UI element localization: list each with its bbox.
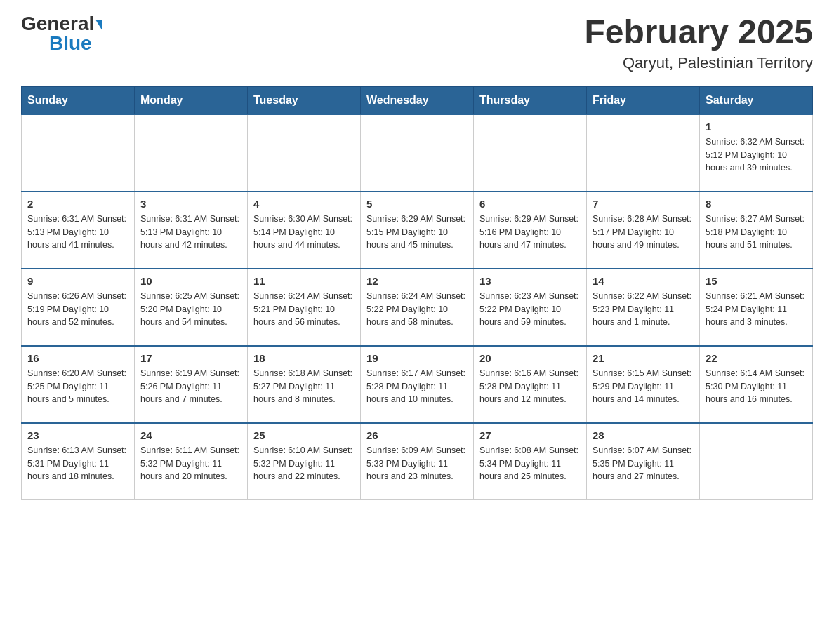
week-row-1: 1Sunrise: 6:32 AM Sunset: 5:12 PM Daylig…	[22, 114, 813, 192]
calendar-cell	[361, 114, 474, 192]
day-number: 20	[479, 352, 581, 364]
day-number: 1	[706, 121, 807, 133]
day-info: Sunrise: 6:31 AM Sunset: 5:13 PM Dayligh…	[27, 213, 128, 252]
calendar-cell	[248, 114, 361, 192]
day-info: Sunrise: 6:24 AM Sunset: 5:22 PM Dayligh…	[366, 290, 468, 329]
calendar-cell: 14Sunrise: 6:22 AM Sunset: 5:23 PM Dayli…	[587, 269, 700, 346]
day-number: 4	[253, 198, 355, 210]
week-row-2: 2Sunrise: 6:31 AM Sunset: 5:13 PM Daylig…	[22, 192, 813, 269]
day-number: 10	[140, 275, 241, 287]
calendar-cell: 25Sunrise: 6:10 AM Sunset: 5:32 PM Dayli…	[248, 423, 361, 500]
calendar-cell: 27Sunrise: 6:08 AM Sunset: 5:34 PM Dayli…	[474, 423, 587, 500]
day-info: Sunrise: 6:25 AM Sunset: 5:20 PM Dayligh…	[140, 290, 241, 329]
calendar-cell: 13Sunrise: 6:23 AM Sunset: 5:22 PM Dayli…	[474, 269, 587, 346]
header-friday: Friday	[587, 86, 700, 114]
day-info: Sunrise: 6:24 AM Sunset: 5:21 PM Dayligh…	[253, 290, 355, 329]
calendar-cell: 3Sunrise: 6:31 AM Sunset: 5:13 PM Daylig…	[135, 192, 248, 269]
day-number: 3	[140, 198, 241, 210]
day-number: 26	[366, 429, 468, 441]
day-number: 19	[366, 352, 468, 364]
calendar-cell: 16Sunrise: 6:20 AM Sunset: 5:25 PM Dayli…	[22, 346, 135, 423]
calendar-cell: 20Sunrise: 6:16 AM Sunset: 5:28 PM Dayli…	[474, 346, 587, 423]
calendar-cell: 17Sunrise: 6:19 AM Sunset: 5:26 PM Dayli…	[135, 346, 248, 423]
calendar-cell: 21Sunrise: 6:15 AM Sunset: 5:29 PM Dayli…	[587, 346, 700, 423]
calendar-cell: 28Sunrise: 6:07 AM Sunset: 5:35 PM Dayli…	[587, 423, 700, 500]
week-row-4: 16Sunrise: 6:20 AM Sunset: 5:25 PM Dayli…	[22, 346, 813, 423]
day-number: 5	[366, 198, 468, 210]
day-info: Sunrise: 6:17 AM Sunset: 5:28 PM Dayligh…	[366, 367, 468, 406]
calendar-cell: 15Sunrise: 6:21 AM Sunset: 5:24 PM Dayli…	[700, 269, 813, 346]
header-sunday: Sunday	[22, 86, 135, 114]
day-info: Sunrise: 6:29 AM Sunset: 5:16 PM Dayligh…	[479, 213, 581, 252]
header-thursday: Thursday	[474, 86, 587, 114]
day-info: Sunrise: 6:13 AM Sunset: 5:31 PM Dayligh…	[27, 444, 128, 483]
calendar-cell	[22, 114, 135, 192]
day-info: Sunrise: 6:07 AM Sunset: 5:35 PM Dayligh…	[593, 444, 694, 483]
week-row-3: 9Sunrise: 6:26 AM Sunset: 5:19 PM Daylig…	[22, 269, 813, 346]
logo: General Blue	[21, 14, 102, 53]
calendar-cell: 7Sunrise: 6:28 AM Sunset: 5:17 PM Daylig…	[587, 192, 700, 269]
calendar-cell: 6Sunrise: 6:29 AM Sunset: 5:16 PM Daylig…	[474, 192, 587, 269]
day-number: 11	[253, 275, 355, 287]
calendar-cell	[135, 114, 248, 192]
day-info: Sunrise: 6:15 AM Sunset: 5:29 PM Dayligh…	[593, 367, 694, 406]
header-monday: Monday	[135, 86, 248, 114]
calendar-subtitle: Qaryut, Palestinian Territory	[584, 54, 813, 72]
header-wednesday: Wednesday	[361, 86, 474, 114]
day-info: Sunrise: 6:18 AM Sunset: 5:27 PM Dayligh…	[253, 367, 355, 406]
day-info: Sunrise: 6:14 AM Sunset: 5:30 PM Dayligh…	[706, 367, 807, 406]
day-info: Sunrise: 6:09 AM Sunset: 5:33 PM Dayligh…	[366, 444, 468, 483]
day-info: Sunrise: 6:20 AM Sunset: 5:25 PM Dayligh…	[27, 367, 128, 406]
weekday-header-row: Sunday Monday Tuesday Wednesday Thursday…	[22, 86, 813, 114]
day-info: Sunrise: 6:10 AM Sunset: 5:32 PM Dayligh…	[253, 444, 355, 483]
calendar-cell: 9Sunrise: 6:26 AM Sunset: 5:19 PM Daylig…	[22, 269, 135, 346]
logo-blue-text: Blue	[49, 34, 92, 53]
calendar-cell: 24Sunrise: 6:11 AM Sunset: 5:32 PM Dayli…	[135, 423, 248, 500]
day-info: Sunrise: 6:27 AM Sunset: 5:18 PM Dayligh…	[706, 213, 807, 252]
calendar-cell: 1Sunrise: 6:32 AM Sunset: 5:12 PM Daylig…	[700, 114, 813, 192]
day-info: Sunrise: 6:29 AM Sunset: 5:15 PM Dayligh…	[366, 213, 468, 252]
day-number: 14	[593, 275, 694, 287]
day-info: Sunrise: 6:08 AM Sunset: 5:34 PM Dayligh…	[479, 444, 581, 483]
header-saturday: Saturday	[700, 86, 813, 114]
day-number: 15	[706, 275, 807, 287]
day-info: Sunrise: 6:16 AM Sunset: 5:28 PM Dayligh…	[479, 367, 581, 406]
day-number: 16	[27, 352, 128, 364]
day-number: 17	[140, 352, 241, 364]
calendar-cell: 10Sunrise: 6:25 AM Sunset: 5:20 PM Dayli…	[135, 269, 248, 346]
day-number: 18	[253, 352, 355, 364]
page-header: General Blue February 2025 Qaryut, Pales…	[21, 14, 813, 72]
calendar-cell: 4Sunrise: 6:30 AM Sunset: 5:14 PM Daylig…	[248, 192, 361, 269]
day-number: 23	[27, 429, 128, 441]
header-tuesday: Tuesday	[248, 86, 361, 114]
calendar-cell: 8Sunrise: 6:27 AM Sunset: 5:18 PM Daylig…	[700, 192, 813, 269]
logo-general-text: General	[21, 14, 102, 34]
calendar-title: February 2025	[584, 14, 813, 51]
day-number: 12	[366, 275, 468, 287]
calendar-cell: 11Sunrise: 6:24 AM Sunset: 5:21 PM Dayli…	[248, 269, 361, 346]
calendar-cell: 19Sunrise: 6:17 AM Sunset: 5:28 PM Dayli…	[361, 346, 474, 423]
day-number: 2	[27, 198, 128, 210]
day-info: Sunrise: 6:26 AM Sunset: 5:19 PM Dayligh…	[27, 290, 128, 329]
day-number: 9	[27, 275, 128, 287]
day-info: Sunrise: 6:11 AM Sunset: 5:32 PM Dayligh…	[140, 444, 241, 483]
day-number: 21	[593, 352, 694, 364]
day-number: 24	[140, 429, 241, 441]
day-info: Sunrise: 6:30 AM Sunset: 5:14 PM Dayligh…	[253, 213, 355, 252]
calendar-cell: 18Sunrise: 6:18 AM Sunset: 5:27 PM Dayli…	[248, 346, 361, 423]
day-info: Sunrise: 6:28 AM Sunset: 5:17 PM Dayligh…	[593, 213, 694, 252]
day-info: Sunrise: 6:22 AM Sunset: 5:23 PM Dayligh…	[593, 290, 694, 329]
day-number: 13	[479, 275, 581, 287]
calendar-cell: 22Sunrise: 6:14 AM Sunset: 5:30 PM Dayli…	[700, 346, 813, 423]
calendar-table: Sunday Monday Tuesday Wednesday Thursday…	[21, 86, 813, 501]
day-number: 6	[479, 198, 581, 210]
calendar-cell: 5Sunrise: 6:29 AM Sunset: 5:15 PM Daylig…	[361, 192, 474, 269]
day-number: 28	[593, 429, 694, 441]
calendar-cell	[474, 114, 587, 192]
day-number: 27	[479, 429, 581, 441]
day-number: 22	[706, 352, 807, 364]
calendar-cell: 23Sunrise: 6:13 AM Sunset: 5:31 PM Dayli…	[22, 423, 135, 500]
title-area: February 2025 Qaryut, Palestinian Territ…	[584, 14, 813, 72]
day-number: 8	[706, 198, 807, 210]
calendar-cell	[587, 114, 700, 192]
